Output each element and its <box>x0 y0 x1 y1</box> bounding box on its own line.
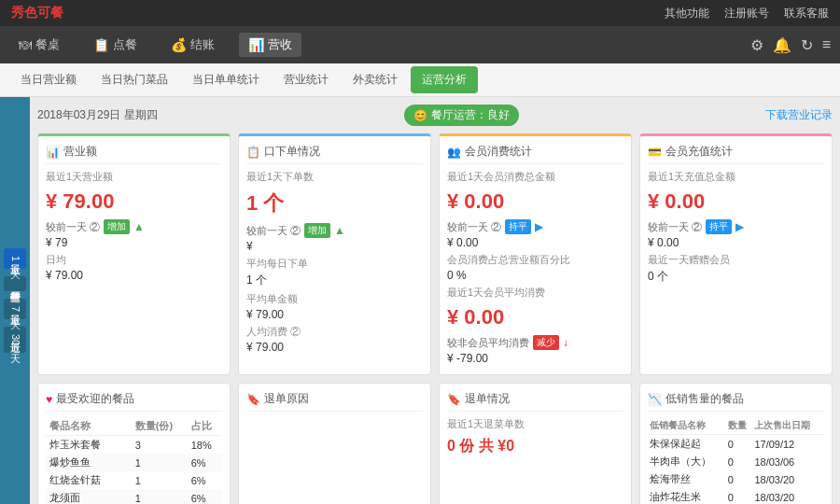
order-card-title: 口下单情况 <box>264 144 320 160</box>
sidebar-item-1day[interactable]: 最近1天 <box>4 248 25 269</box>
dish-name: 爆炒鱼鱼 <box>46 454 132 471</box>
top-bar: 秀色可餐 其他功能 注册账号 联系客服 <box>0 0 840 26</box>
subnav-daily-revenue[interactable]: 当日营业额 <box>9 66 88 93</box>
order-icon: 📋 <box>93 37 109 52</box>
subnav-takeout-stats[interactable]: 外卖统计 <box>342 66 409 93</box>
member-consum-icon: 👥 <box>447 146 461 159</box>
table-row: 朱保保起起017/09/12 <box>648 435 824 454</box>
nav-item-table[interactable]: 🍽 餐桌 <box>9 33 69 57</box>
low-dish-date: 18/03/20 <box>752 488 824 504</box>
sidebar-item-7days[interactable]: 最近7天 <box>4 299 25 319</box>
member-consum-percent-value: 0 % <box>447 269 623 282</box>
order-compare-badge: 增加 <box>304 223 330 238</box>
nav-label-table: 餐桌 <box>35 36 60 53</box>
low-sales-card: 📉 低销售量的餐品 低销餐品名称 数量 上次售出日期 朱保保起起017/09/1… <box>639 383 833 504</box>
member-recharge-title: 会员充值统计 <box>665 144 733 160</box>
download-link[interactable]: 下载营业记录 <box>765 107 833 123</box>
top-cards-row: 📊 营业额 最近1天营业额 ¥ 79.00 较前一天 ② 增加 ▲ ¥ 79 日… <box>37 133 833 375</box>
status-badge: 😊 餐厅运营：良好 <box>404 105 519 126</box>
member-consum-percent-label: 会员消费占总营业额百分比 <box>447 253 623 267</box>
low-dish-qty: 0 <box>726 470 753 488</box>
order-recent-label: 最近1天下单数 <box>246 170 423 184</box>
member-nonmember-label: 较非会员平均消费 <box>447 336 529 350</box>
dish-percent: 6% <box>188 471 222 489</box>
subnav-hot-dishes[interactable]: 当日热门菜品 <box>90 66 179 93</box>
low-dish-name: 半肉串（大） <box>648 453 726 470</box>
status-text: 餐厅运营：良好 <box>431 107 510 123</box>
member-consum-arrow-icon: ▶ <box>535 220 543 233</box>
nav-item-order[interactable]: 📋 点餐 <box>84 33 147 57</box>
subnav-ops-analysis[interactable]: 运营分析 <box>411 66 478 93</box>
dish-name: 龙须面 <box>46 489 132 504</box>
settings-icon[interactable]: ⚙ <box>750 36 763 54</box>
sidebar-item-30days[interactable]: 最近30天 <box>4 327 25 353</box>
revenue-card: 📊 营业额 最近1天营业额 ¥ 79.00 较前一天 ② 增加 ▲ ¥ 79 日… <box>37 133 231 375</box>
order-compare-label: 较前一天 ② <box>246 224 301 238</box>
brand-name: 秀色可餐 <box>11 5 63 21</box>
member-recharge-card: 💳 会员充值统计 最近1天充值总金额 ¥ 0.00 较前一天 ② 持平 ▶ ¥ … <box>639 133 833 375</box>
member-recharge-compare-row: 较前一天 ② 持平 ▶ <box>648 219 824 234</box>
revenue-compare-value: ¥ 79 <box>46 236 222 249</box>
dish-col-qty: 数量(份) <box>132 417 188 436</box>
member-consum-value: ¥ 0.00 <box>447 189 623 214</box>
order-avg-amount-value: ¥ 79.00 <box>246 308 423 321</box>
dish-qty: 3 <box>132 436 188 455</box>
revenue-compare-label: 较前一天 ② <box>46 220 100 234</box>
member-recharge-icon: 💳 <box>648 146 662 159</box>
order-card: 📋 口下单情况 最近1天下单数 1 个 较前一天 ② 增加 ▲ ¥ 平均每日下单… <box>238 133 431 375</box>
table-row: 半肉串（大）018/03/06 <box>648 453 824 470</box>
contact-link[interactable]: 联系客服 <box>784 6 829 21</box>
dish-qty: 1 <box>132 471 188 489</box>
sidebar: 最近1天 餐厅运营数据分析 最近7天 最近30天 <box>0 97 30 504</box>
member-consum-card: 👥 会员消费统计 最近1天会员消费总金额 ¥ 0.00 较前一天 ② 持平 ▶ … <box>439 133 632 375</box>
table-icon: 🍽 <box>19 37 32 52</box>
cancel-situation-header: 🔖 退单情况 <box>447 391 623 412</box>
member-consum-compare-value: ¥ 0.00 <box>447 236 623 249</box>
member-nonmember-value: ¥ -79.00 <box>447 352 623 365</box>
low-dish-qty: 0 <box>726 488 753 504</box>
member-consum-avg-label: 最近1天会员平均消费 <box>447 286 623 300</box>
table-row: 爆炒鱼鱼16% <box>46 454 222 471</box>
table-row: 红烧金针菇16% <box>46 471 222 489</box>
notification-icon[interactable]: 🔔 <box>773 36 791 54</box>
nav-item-revenue[interactable]: 📊 营收 <box>239 33 301 57</box>
member-consum-title: 会员消费统计 <box>465 144 532 160</box>
revenue-card-title: 营业额 <box>63 144 97 160</box>
low-sales-table: 低销餐品名称 数量 上次售出日期 朱保保起起017/09/12半肉串（大）018… <box>648 417 824 504</box>
dish-percent: 6% <box>188 454 222 471</box>
dish-col-name: 餐品名称 <box>46 417 132 436</box>
order-card-header: 📋 口下单情况 <box>246 144 423 164</box>
refresh-icon[interactable]: ↻ <box>801 36 813 54</box>
subnav-business-stats[interactable]: 营业统计 <box>273 66 340 93</box>
table-row: 炸玉米套餐318% <box>46 436 222 455</box>
register-link[interactable]: 注册账号 <box>724 6 769 21</box>
menu-icon[interactable]: ≡ <box>822 36 831 54</box>
sidebar-item-analysis[interactable]: 餐厅运营数据分析 <box>4 276 25 291</box>
low-dish-qty: 0 <box>726 435 753 454</box>
low-sales-title: 低销售量的餐品 <box>665 391 744 407</box>
low-dish-date: 17/09/12 <box>752 435 824 454</box>
member-consum-compare-row: 较前一天 ② 持平 ▶ <box>447 219 623 234</box>
member-consum-compare-label: 较前一天 ② <box>447 220 501 234</box>
dish-percent: 18% <box>188 436 222 455</box>
popular-dishes-title: 最受欢迎的餐品 <box>56 391 134 407</box>
nav-items: 🍽 餐桌 📋 点餐 💰 结账 📊 营收 <box>9 33 301 57</box>
other-functions-link[interactable]: 其他功能 <box>665 6 709 21</box>
heart-icon: ♥ <box>46 393 52 406</box>
nav-item-checkout[interactable]: 💰 结账 <box>161 33 224 57</box>
low-sales-header: 📉 低销售量的餐品 <box>648 391 824 412</box>
member-consum-avg-value: ¥ 0.00 <box>447 305 623 329</box>
member-recharge-recent-label: 最近1天充值总金额 <box>648 170 824 184</box>
revenue-value: ¥ 79.00 <box>46 189 222 214</box>
bottom-cards-row: ♥ 最受欢迎的餐品 餐品名称 数量(份) 占比 炸玉米套餐318%爆炒鱼鱼16%… <box>37 383 833 504</box>
member-recharge-arrow: ▶ <box>735 220 744 233</box>
low-col-name: 低销餐品名称 <box>648 417 726 435</box>
nav-label-order: 点餐 <box>113 36 137 53</box>
dish-col-percent: 占比 <box>188 417 222 436</box>
member-consum-compare-badge: 持平 <box>505 219 531 234</box>
low-dish-name: 烩海带丝 <box>648 470 726 488</box>
subnav-daily-order[interactable]: 当日单单统计 <box>181 66 271 93</box>
member-consum-recent-label: 最近1天会员消费总金额 <box>447 170 623 184</box>
table-row: 烩海带丝018/03/20 <box>648 470 824 488</box>
member-recharge-card-header: 💳 会员充值统计 <box>648 144 824 164</box>
